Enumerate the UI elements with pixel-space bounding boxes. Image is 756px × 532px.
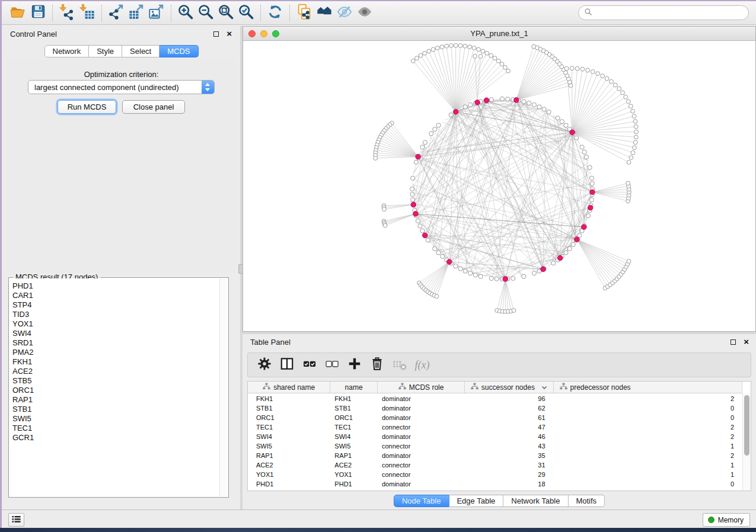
mcds-result-item[interactable]: STB1 — [12, 405, 219, 414]
mcds-result-item[interactable]: STP4 — [12, 300, 219, 310]
show-all-button[interactable] — [355, 3, 375, 23]
table-header-row: shared namenameMCDS rolesuccessor nodesp… — [248, 382, 742, 393]
memory-button[interactable]: Memory — [703, 513, 750, 527]
column-label: shared name — [273, 383, 315, 392]
close-table-panel-icon[interactable]: × — [744, 336, 749, 347]
tab-node-table[interactable]: Node Table — [394, 495, 449, 507]
export-network-button[interactable] — [106, 3, 126, 23]
add-column-button[interactable] — [347, 357, 362, 373]
column-header-successor-nodes[interactable]: successor nodes — [465, 382, 553, 393]
column-header-MCDS-role[interactable]: MCDS role — [378, 382, 465, 393]
table-row[interactable]: ACE2ACE2connector311 — [248, 460, 742, 470]
mcds-hub-node — [541, 267, 546, 272]
table-scrollbar[interactable] — [742, 393, 751, 491]
tab-network-table[interactable]: Network Table — [503, 495, 568, 507]
close-panel-button[interactable]: Close panel — [122, 100, 185, 114]
run-mcds-button[interactable]: Run MCDS — [58, 100, 116, 114]
toolbar-separator — [260, 5, 261, 21]
table-cell: 1 — [554, 470, 742, 479]
table-cell: 35 — [465, 451, 553, 460]
deselect-all-button[interactable] — [324, 357, 340, 373]
hide-selected-button[interactable] — [334, 3, 355, 23]
table-row[interactable]: ORC1ORC1dominator610 — [248, 413, 742, 422]
mcds-result-scrollbar[interactable] — [219, 278, 228, 496]
mcds-result-item[interactable]: PHD1 — [12, 281, 219, 291]
import-network-button[interactable] — [57, 3, 77, 23]
memory-label: Memory — [718, 516, 744, 524]
search-box[interactable] — [578, 5, 749, 20]
show-column-icon — [279, 356, 295, 374]
table-row[interactable]: RAP1RAP1dominator352 — [248, 451, 742, 460]
mcds-result-item[interactable]: STB5 — [12, 376, 219, 386]
first-neighbors-button[interactable] — [314, 3, 334, 23]
export-table-button[interactable] — [126, 3, 146, 23]
mcds-result-item[interactable]: CAR1 — [12, 291, 219, 300]
table-cell: 2 — [554, 422, 742, 432]
search-input[interactable] — [595, 7, 748, 19]
mcds-result-item[interactable]: TID3 — [12, 310, 219, 319]
float-panel-icon[interactable] — [213, 31, 219, 37]
mcds-result-item[interactable]: SWI5 — [12, 414, 219, 424]
zoom-in-button[interactable] — [176, 3, 196, 23]
select-all-button[interactable] — [302, 357, 317, 373]
zoom-fit-button[interactable] — [216, 3, 236, 23]
tree-icon — [471, 383, 479, 392]
network-canvas[interactable] — [243, 41, 755, 331]
table-cell: 62 — [465, 403, 553, 413]
mcds-result-item[interactable]: GCR1 — [12, 433, 219, 443]
show-panels-menu-button[interactable] — [8, 513, 24, 527]
delete-column-button[interactable] — [369, 357, 385, 373]
table-scrollbar-thumb[interactable] — [744, 395, 749, 456]
table-row[interactable]: SWI4SWI4dominator462 — [248, 432, 742, 441]
mcds-result-item[interactable]: RAP1 — [12, 395, 219, 405]
network-window-titlebar[interactable]: YPA_prune.txt_1 — [243, 27, 755, 41]
export-network-icon — [108, 4, 125, 23]
tab-edge-table[interactable]: Edge Table — [449, 495, 503, 507]
mcds-result-item[interactable]: SRD1 — [12, 338, 219, 348]
table-row[interactable]: TEC1TEC1connector472 — [248, 422, 742, 432]
mcds-result-item[interactable]: FKH1 — [12, 357, 219, 367]
mcds-result-item[interactable]: TEC1 — [12, 424, 219, 433]
table-cell: 61 — [465, 413, 553, 422]
tab-select[interactable]: Select — [122, 45, 160, 57]
mcds-result-item[interactable]: PMA2 — [12, 348, 219, 357]
close-panel-icon[interactable]: × — [227, 28, 232, 39]
mcds-result-item[interactable]: YOX1 — [12, 319, 219, 329]
column-header-name[interactable]: name — [330, 382, 378, 393]
delete-column-icon — [369, 356, 385, 374]
import-table-button[interactable] — [77, 3, 97, 23]
column-header-shared-name[interactable]: shared name — [248, 382, 330, 393]
table-cell: 96 — [465, 394, 553, 403]
table-row[interactable]: YOX1YOX1connector291 — [248, 470, 742, 479]
zoom-selected-button[interactable] — [236, 3, 256, 23]
table-row[interactable]: STB1STB1dominator620 — [248, 403, 742, 413]
tab-motifs[interactable]: Motifs — [568, 495, 605, 507]
tab-style[interactable]: Style — [89, 45, 122, 57]
export-image-button[interactable] — [146, 3, 167, 23]
refresh-icon — [267, 4, 283, 23]
table-row[interactable]: FKH1FKH1dominator962 — [248, 394, 742, 403]
zoom-out-button[interactable] — [196, 3, 216, 23]
network-graph[interactable] — [243, 41, 755, 331]
new-network-from-selection-button[interactable] — [294, 3, 314, 23]
tab-network[interactable]: Network — [44, 45, 89, 57]
table-row[interactable]: PHD1PHD1dominator180 — [248, 479, 742, 489]
tab-mcds[interactable]: MCDS — [160, 45, 198, 57]
mcds-result-list[interactable]: PHD1CAR1STP4TID3YOX1SWI4SRD1PMA2FKH1ACE2… — [9, 278, 219, 496]
table-cell: 0 — [554, 413, 742, 422]
column-header-predecessor-nodes[interactable]: predecessor nodes — [554, 382, 743, 393]
save-session-button[interactable] — [28, 3, 48, 23]
mcds-result-item[interactable]: SWI4 — [12, 329, 219, 338]
memory-status-icon — [708, 517, 714, 523]
mcds-result-item[interactable]: ORC1 — [12, 386, 219, 395]
table-options-gear-button[interactable] — [257, 357, 272, 373]
mcds-hub-node — [588, 205, 593, 210]
table-row[interactable]: SWI5SWI5connector431 — [248, 441, 742, 451]
refresh-button[interactable] — [265, 3, 285, 23]
mcds-result-item[interactable]: ACE2 — [12, 367, 219, 376]
open-file-button[interactable] — [8, 3, 28, 23]
zoom-out-icon — [197, 4, 214, 23]
float-table-panel-icon[interactable] — [731, 339, 736, 345]
show-column-button[interactable] — [279, 357, 295, 373]
optimization-criterion-dropdown[interactable]: largest connected component (undirected) — [28, 80, 215, 94]
